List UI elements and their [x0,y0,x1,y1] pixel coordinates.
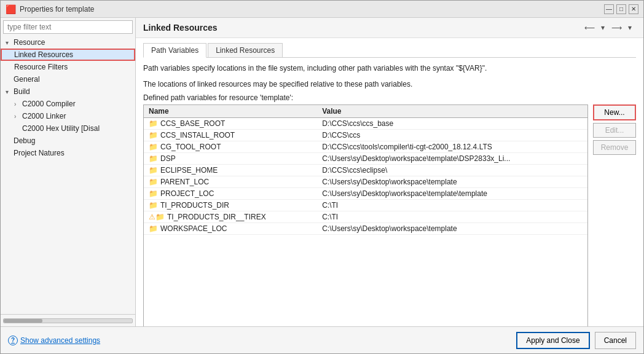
table-row[interactable]: 📁PARENT_LOC C:\Users\sy\Desktop\workspac… [144,176,587,188]
title-bar: 🟥 Properties for template — □ ✕ [1,1,643,18]
sidebar-item-project-natures[interactable]: Project Natures [1,147,135,159]
tree-arrow-resource: ▾ [6,39,12,46]
right-panel: Linked Resources ⟵ ▾ ⟶ ▾ Path Variables … [136,18,643,326]
sidebar-label-build: Build [14,87,30,96]
help-icon: ? [8,336,18,345]
folder-icon: 📁 [149,178,158,186]
table-row[interactable]: 📁CG_TOOL_ROOT D:\CCS\ccs\tools\compiler\… [144,141,587,153]
sidebar-item-general[interactable]: General [1,73,135,85]
folder-icon: 📁 [149,119,158,128]
minimize-button[interactable]: — [604,4,614,14]
description-line1: Path variables specify locations in the … [143,63,636,74]
nav-forward-button[interactable]: ⟶ [610,22,622,34]
row-name: 📁TI_PRODUCTS_DIR [144,200,317,211]
sidebar-item-resource[interactable]: ▾ Resource [1,36,135,49]
col-header-name: Name [144,105,317,118]
nav-back-dropdown[interactable]: ▾ [597,22,609,34]
row-value: C:\Users\sy\Desktop\workspace\template [317,176,587,188]
sidebar-item-c2000-hex[interactable]: C2000 Hex Utility [Disal [1,122,135,135]
table-action-buttons: New... Edit... Remove [593,104,636,326]
panel-body: Path Variables Linked Resources Path var… [136,38,643,326]
row-value: D:\CCS\ccs\ccs_base [317,118,587,130]
remove-button[interactable]: Remove [593,140,636,155]
sidebar-item-debug[interactable]: Debug [1,135,135,147]
title-bar-left: 🟥 Properties for template [6,4,94,14]
sidebar-item-c2000-compiler[interactable]: › C2000 Compiler [1,98,135,110]
table-row[interactable]: 📁ECLIPSE_HOME D:\CCS\ccs\eclipse\ [144,165,587,176]
folder-icon: 📁 [149,131,158,140]
row-name: 📁ECLIPSE_HOME [144,165,317,176]
row-value: C:\TI [317,200,587,211]
sidebar-label-c2000-hex: C2000 Hex Utility [Disal [22,124,100,133]
panel-nav: ⟵ ▾ ⟶ ▾ [583,22,636,34]
row-name: 📁PARENT_LOC [144,176,317,188]
maximize-button[interactable]: □ [616,4,626,14]
app-icon: 🟥 [6,4,16,14]
description-line2: The locations of linked resources may be… [143,79,636,90]
sidebar-label-linked-resources: Linked Resources [14,50,73,59]
row-name: 📁CCS_INSTALL_ROOT [144,130,317,141]
edit-button[interactable]: Edit... [593,123,636,138]
col-header-value: Value [317,105,587,118]
sidebar-label-general: General [14,75,40,84]
bottom-buttons: Apply and Close Cancel [516,332,636,349]
sidebar-label-c2000-compiler: C2000 Compiler [22,100,76,108]
folder-icon: 📁 [149,143,158,151]
row-value: D:\CCS\ccs\eclipse\ [317,165,587,176]
sidebar-label-resource: Resource [14,38,45,47]
table-row[interactable]: ⚠📁TI_PRODUCTS_DIR__TIREX C:\TI [144,211,587,223]
bottom-bar: ? Show advanced settings Apply and Close… [1,326,643,353]
nav-forward-dropdown[interactable]: ▾ [624,22,636,34]
folder-icon: 📁 [149,166,158,175]
nav-back-button[interactable]: ⟵ [583,22,595,34]
panel-header: Linked Resources ⟵ ▾ ⟶ ▾ [136,18,643,38]
table-row[interactable]: 📁CCS_INSTALL_ROOT D:\CCS\ccs [144,130,587,141]
folder-icon: 📁 [149,224,158,233]
row-value: C:\Users\sy\Desktop\workspace\template\t… [317,188,587,200]
sidebar-scrollbar[interactable] [3,318,133,323]
table-row[interactable]: 📁TI_PRODUCTS_DIR C:\TI [144,200,587,211]
tab-linked-resources[interactable]: Linked Resources [208,43,283,57]
table-row[interactable]: 📁WORKSPACE_LOC C:\Users\sy\Desktop\works… [144,223,587,235]
row-name: 📁CCS_BASE_ROOT [144,118,317,130]
sidebar-item-resource-filters[interactable]: Resource Filters [1,61,135,73]
path-variables-table: Name Value 📁CCS_BASE_ROOT D:\CCS\ccs\ccs… [143,104,588,326]
tree-arrow-c2000compiler: › [14,101,20,108]
table-row[interactable]: 📁PROJECT_LOC C:\Users\sy\Desktop\workspa… [144,188,587,200]
sidebar-label-project-natures: Project Natures [14,149,65,157]
tab-path-variables[interactable]: Path Variables [143,43,206,58]
folder-icon: 📁 [149,154,158,163]
main-content: ▾ Resource Linked Resources Resource Fil… [1,18,643,326]
sidebar: ▾ Resource Linked Resources Resource Fil… [1,18,136,326]
row-name: 📁CG_TOOL_ROOT [144,141,317,153]
row-name: 📁DSP [144,153,317,165]
sidebar-item-linked-resources[interactable]: Linked Resources [1,49,135,61]
row-name: 📁PROJECT_LOC [144,188,317,200]
close-button[interactable]: ✕ [629,4,638,14]
window-title: Properties for template [20,5,94,14]
new-button[interactable]: New... [593,104,636,120]
cancel-button[interactable]: Cancel [595,332,636,349]
sidebar-item-c2000-linker[interactable]: › C2000 Linker [1,110,135,122]
table-row[interactable]: 📁DSP C:\Users\sy\Desktop\workspace\templ… [144,153,587,165]
row-value: D:\CCS\ccs [317,130,587,141]
table-with-buttons: Name Value 📁CCS_BASE_ROOT D:\CCS\ccs\ccs… [143,104,636,326]
title-bar-controls: — □ ✕ [604,4,638,14]
show-advanced-link[interactable]: ? Show advanced settings [8,336,100,345]
apply-close-button[interactable]: Apply and Close [516,332,589,349]
filter-input[interactable] [3,20,133,34]
sidebar-label-debug: Debug [14,136,35,145]
row-name: ⚠📁TI_PRODUCTS_DIR__TIREX [144,211,317,223]
folder-icon: 📁 [149,201,158,210]
sidebar-item-build[interactable]: ▾ Build [1,85,135,98]
row-value: C:\TI [317,211,587,223]
tabs: Path Variables Linked Resources [143,43,636,58]
row-name: 📁WORKSPACE_LOC [144,223,317,235]
tree-area: ▾ Resource Linked Resources Resource Fil… [1,36,135,314]
sidebar-label-resource-filters: Resource Filters [14,63,68,71]
properties-window: 🟥 Properties for template — □ ✕ ▾ Resour… [0,0,644,354]
sidebar-label-c2000-linker: C2000 Linker [22,112,66,120]
show-advanced-label: Show advanced settings [20,336,100,345]
row-value: C:\Users\sy\Desktop\workspace\template\D… [317,153,587,165]
table-row[interactable]: 📁CCS_BASE_ROOT D:\CCS\ccs\ccs_base [144,118,587,130]
